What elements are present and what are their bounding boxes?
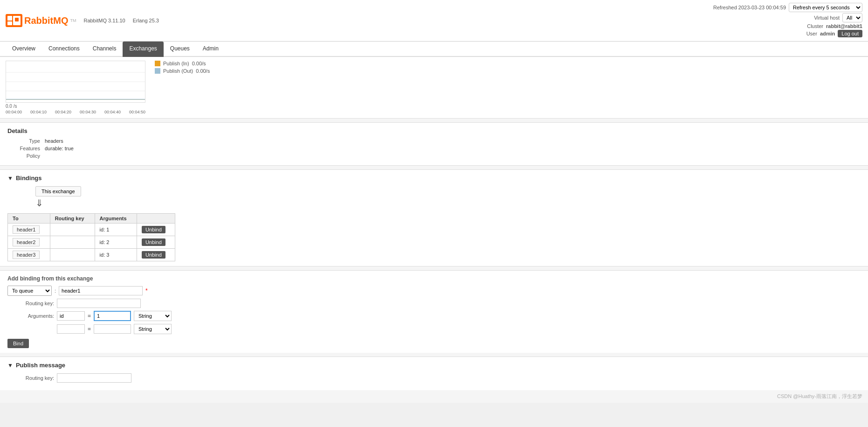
table-row: header1 id: 1 Unbind: [8, 224, 175, 236]
binding-arguments-cell: id: 3: [95, 249, 137, 261]
binding-action-cell: Unbind: [137, 236, 175, 249]
chart-x-labels: 00:04:00 00:04:10 00:04:20 00:04:30 00:0…: [6, 110, 145, 114]
user-label: User: [806, 31, 817, 36]
publish-in-value: 0.00/s: [192, 61, 206, 66]
cluster-label: Cluster: [807, 23, 823, 29]
arg-key-input-1[interactable]: [57, 311, 85, 321]
user-value: admin: [820, 31, 835, 36]
table-row: header3 id: 3 Unbind: [8, 249, 175, 261]
chart-svg: [6, 61, 145, 102]
rabbitmq-version: RabbitMQ 3.11.10: [83, 18, 125, 23]
col-arguments: Arguments: [95, 214, 137, 224]
arg-val-input-1[interactable]: [94, 311, 131, 321]
publish-in-label: Publish (In): [163, 61, 189, 66]
detail-features-row: Features durable: true: [7, 146, 861, 151]
version-info: RabbitMQ 3.11.10 Erlang 25.3: [83, 18, 159, 23]
legend-publish-in: Publish (In) 0.00/s: [155, 61, 210, 66]
add-binding-section: Add binding from this exchange To queue …: [0, 270, 868, 353]
col-action: [137, 214, 175, 224]
legend-publish-out-box: [155, 68, 160, 74]
bind-button[interactable]: Bind: [7, 339, 29, 348]
nav-item-overview[interactable]: Overview: [6, 42, 42, 57]
x-label-4: 00:04:40: [104, 110, 121, 114]
binding-action-cell: Unbind: [137, 249, 175, 261]
unbind-button[interactable]: Unbind: [142, 238, 165, 246]
nav-item-exchanges[interactable]: Exchanges: [123, 42, 163, 57]
bindings-section-header[interactable]: ▼ Bindings: [7, 175, 861, 182]
queue-link[interactable]: header1: [13, 225, 40, 234]
bindings-visual: This exchange ⇓: [7, 186, 861, 209]
detail-policy-label: Policy: [7, 153, 45, 159]
nav: Overview Connections Channels Exchanges …: [0, 42, 868, 57]
destination-input[interactable]: [59, 286, 143, 295]
bindings-tbody: header1 id: 1 Unbind header2 id: 2 Unbin…: [8, 224, 175, 261]
arg-val-input-2[interactable]: [94, 324, 131, 334]
header-right: Refreshed 2023-03-23 00:04:59 Refresh ev…: [713, 3, 862, 38]
x-label-1: 00:04:10: [30, 110, 47, 114]
refresh-row: Refreshed 2023-03-23 00:04:59 Refresh ev…: [713, 3, 862, 12]
main-content: 0.0 /s 00:04:00 00:04:10 00:04:20 00:04:…: [0, 57, 868, 403]
bindings-section-title: Bindings: [16, 175, 42, 182]
bindings-section: ▼ Bindings This exchange ⇓ To Routing ke…: [0, 169, 868, 266]
publish-routing-key-row: Routing key:: [7, 373, 861, 383]
required-star: *: [145, 287, 148, 294]
user-row: User admin Log out: [713, 30, 862, 37]
unbind-button[interactable]: Unbind: [142, 251, 165, 259]
logo: RabbitMQ TM: [6, 14, 76, 27]
bindings-table-header-row: To Routing key Arguments: [8, 214, 175, 224]
binding-arguments-cell: id: 1: [95, 224, 137, 236]
chart-y-label: 0.0 /s: [6, 104, 145, 109]
publish-section-header[interactable]: ▼ Publish message: [7, 362, 861, 369]
chart-area: 0.0 /s 00:04:00 00:04:10 00:04:20 00:04:…: [0, 57, 868, 119]
logo-tm: TM: [70, 18, 76, 23]
destination-type-select[interactable]: To queue To exchange: [7, 286, 52, 296]
x-label-2: 00:04:20: [55, 110, 71, 114]
rabbitmq-logo-icon: [6, 14, 22, 27]
routing-key-label: Routing key:: [7, 301, 54, 306]
binding-to-cell: header1: [8, 224, 50, 236]
binding-action-cell: Unbind: [137, 224, 175, 236]
queue-link[interactable]: header2: [13, 238, 40, 246]
detail-type-value: headers: [45, 138, 63, 144]
arg-type-select-1[interactable]: String Boolean Number List Dictionary By…: [134, 311, 172, 321]
publish-routing-key-label: Routing key:: [7, 375, 54, 381]
legend-publish-in-box: [155, 61, 160, 66]
x-label-0: 00:04:00: [6, 110, 22, 114]
nav-item-channels[interactable]: Channels: [86, 42, 123, 57]
this-exchange-button[interactable]: This exchange: [35, 186, 81, 196]
col-to: To: [8, 214, 50, 224]
vhost-select[interactable]: All /: [842, 13, 862, 22]
detail-features-label: Features: [7, 146, 45, 151]
cluster-value: rabbit@rabbit1: [826, 23, 862, 29]
publish-section: ▼ Publish message Routing key:: [0, 357, 868, 390]
binding-routing-key-cell: [50, 236, 95, 249]
refresh-select[interactable]: Refresh every 5 seconds Refresh every 10…: [789, 3, 862, 12]
details-title: Details: [7, 127, 861, 134]
arguments-row-1: Arguments: = String Boolean Number List …: [7, 311, 861, 321]
unbind-button[interactable]: Unbind: [142, 226, 165, 233]
queue-link[interactable]: header3: [13, 251, 40, 259]
table-row: header2 id: 2 Unbind: [8, 236, 175, 249]
chart-wrapper: 0.0 /s 00:04:00 00:04:10 00:04:20 00:04:…: [6, 61, 145, 114]
routing-key-row: Routing key:: [7, 299, 861, 308]
publish-routing-key-input[interactable]: [57, 373, 131, 383]
arguments-row-2: = String Boolean Number List Dictionary …: [7, 324, 861, 334]
destination-row: To queue To exchange : *: [7, 286, 861, 296]
virtual-host-label: Virtual host: [814, 15, 840, 21]
routing-key-input[interactable]: [57, 299, 141, 308]
x-label-3: 00:04:30: [80, 110, 96, 114]
bindings-collapse-icon: ▼: [7, 175, 13, 182]
vhost-row: Virtual host All /: [713, 13, 862, 22]
nav-item-admin[interactable]: Admin: [196, 42, 225, 57]
logout-button[interactable]: Log out: [838, 30, 862, 37]
chart-container: [6, 61, 145, 103]
nav-item-queues[interactable]: Queues: [164, 42, 196, 57]
arg-key-input-2[interactable]: [57, 324, 85, 334]
chart-legend: Publish (In) 0.00/s Publish (Out) 0.00/s: [155, 61, 210, 76]
arg-type-select-2[interactable]: String Boolean Number List Dictionary By…: [134, 324, 172, 334]
detail-policy-row: Policy: [7, 153, 861, 159]
binding-to-cell: header3: [8, 249, 50, 261]
nav-item-connections[interactable]: Connections: [42, 42, 86, 57]
publish-out-value: 0.00/s: [196, 68, 210, 74]
legend-publish-out: Publish (Out) 0.00/s: [155, 68, 210, 74]
